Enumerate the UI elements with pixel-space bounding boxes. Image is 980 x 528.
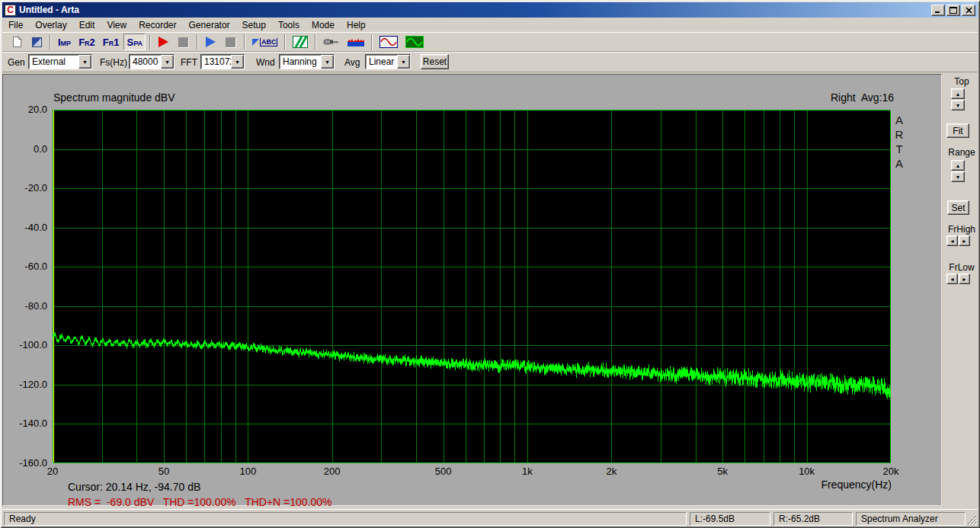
- averaging-select[interactable]: Linear ▼: [365, 54, 411, 69]
- y-tick-label: 20.0: [5, 104, 47, 115]
- x-tick-label: 50: [159, 466, 169, 477]
- x-tick-label: 5k: [717, 466, 728, 477]
- y-tick-label: -80.0: [5, 300, 47, 312]
- new-file-button[interactable]: [8, 34, 26, 50]
- y-tick-label: -60.0: [5, 261, 47, 272]
- top-up-button[interactable]: ▲: [951, 88, 965, 99]
- x-tick-label: 500: [435, 466, 452, 477]
- toolbar-separator: [315, 34, 316, 50]
- generator-value: External: [32, 56, 66, 67]
- range-up-button[interactable]: ▲: [951, 160, 965, 171]
- red-blue-waveform-icon: [347, 37, 364, 47]
- fft-size-select[interactable]: 131072 ▼: [200, 54, 245, 69]
- overlay-button[interactable]: [27, 34, 46, 50]
- app-icon[interactable]: C: [5, 5, 16, 16]
- menu-bar: File Overlay Edit View Recorder Generato…: [2, 18, 978, 32]
- main-toolbar: Imp Fr2 Fr1 Spa ABC: [2, 32, 978, 52]
- arrow-right-icon: ►: [962, 238, 967, 244]
- record-stop-button[interactable]: [175, 34, 193, 50]
- menu-setup[interactable]: Setup: [236, 18, 272, 32]
- fit-button[interactable]: Fit: [946, 123, 969, 138]
- range-down-button[interactable]: ▼: [951, 171, 965, 182]
- sample-rate-select[interactable]: 48000 ▼: [129, 54, 175, 69]
- record-button[interactable]: [155, 34, 173, 50]
- calibration-button[interactable]: [320, 34, 343, 50]
- menu-help[interactable]: Help: [341, 18, 372, 32]
- status-bar: Ready L:-69.5dB R:-65.2dB Spectrum Analy…: [2, 509, 978, 526]
- frlow-decrease-button[interactable]: ◄: [946, 274, 958, 284]
- graph-panel: Spectrum magnitude dBV Right Avg:16 ARTA…: [2, 74, 942, 506]
- arrow-up-icon: ▲: [956, 163, 961, 168]
- chevron-down-icon[interactable]: ▼: [161, 55, 174, 69]
- x-tick-label: 100: [239, 466, 256, 477]
- fr2-mode-button[interactable]: Fr2: [75, 34, 98, 50]
- arrow-up-icon: ▲: [956, 91, 961, 97]
- toolbar-separator: [50, 34, 51, 50]
- y-tick-label: -20.0: [5, 182, 47, 194]
- left-level-indicator: L:-69.5dB: [690, 512, 770, 526]
- y-tick-label: 0.0: [5, 143, 47, 155]
- window-title: Untitled - Arta: [19, 5, 930, 15]
- menu-recorder[interactable]: Recorder: [133, 18, 182, 32]
- resize-grip[interactable]: [966, 514, 977, 525]
- x-tick-label: 1k: [522, 466, 533, 477]
- spectrum-plot[interactable]: [53, 110, 891, 463]
- window-select[interactable]: Hanning ▼: [279, 54, 335, 69]
- frlow-increase-button[interactable]: ►: [959, 274, 970, 284]
- wnd-label: Wnd: [256, 57, 275, 68]
- flag-icon: [252, 39, 259, 46]
- reset-button[interactable]: Reset: [421, 54, 449, 69]
- labels-button[interactable]: ABC: [249, 34, 281, 50]
- frlow-label: FrLow: [943, 262, 980, 273]
- y-tick-label: -160.0: [5, 457, 47, 469]
- frhigh-label: FrHigh: [943, 224, 980, 235]
- menu-file[interactable]: File: [2, 18, 29, 32]
- window-value: Hanning: [283, 56, 317, 67]
- generator-play-icon: [206, 37, 216, 47]
- thd-vs-freq-button[interactable]: [376, 34, 401, 50]
- menu-edit[interactable]: Edit: [73, 18, 101, 32]
- close-button[interactable]: [962, 5, 975, 16]
- menu-view[interactable]: View: [101, 18, 133, 32]
- minimize-button[interactable]: [931, 5, 945, 16]
- cursor-readout: Cursor: 20.14 Hz, -94.70 dB: [68, 481, 200, 493]
- frhigh-decrease-button[interactable]: ◄: [946, 235, 958, 246]
- sample-rate-value: 48000: [133, 56, 158, 67]
- arta-window: { "window": { "title": "Untitled - Arta"…: [0, 0, 980, 528]
- maximize-button[interactable]: [946, 5, 960, 16]
- oscilloscope-button[interactable]: [402, 34, 427, 50]
- arrow-left-icon: ◄: [950, 277, 955, 282]
- stop-icon: [178, 37, 188, 47]
- rms-readout: RMS = -69.0 dBV THD =100.00% THD+N =100.…: [68, 496, 332, 508]
- channel-averages-label: Right Avg:16: [831, 91, 894, 104]
- y-tick-label: -40.0: [5, 222, 47, 233]
- generator-start-button[interactable]: [202, 34, 220, 50]
- toolbar-separator: [244, 34, 245, 50]
- set-button[interactable]: Set: [947, 200, 969, 215]
- impulse-mode-button[interactable]: Imp: [55, 34, 74, 50]
- arta-watermark: ARTA: [893, 113, 905, 171]
- diagonal-stripes-icon: [293, 36, 308, 48]
- chevron-down-icon[interactable]: ▼: [397, 55, 410, 69]
- x-tick-label: 20k: [883, 466, 899, 477]
- menu-tools[interactable]: Tools: [272, 18, 306, 32]
- menu-mode[interactable]: Mode: [306, 18, 341, 32]
- top-down-button[interactable]: ▼: [951, 100, 965, 110]
- signal-record-button[interactable]: [290, 34, 311, 50]
- chevron-down-icon[interactable]: ▼: [78, 55, 91, 69]
- generator-stop-button[interactable]: [222, 34, 240, 50]
- toolbar-separator: [284, 34, 286, 50]
- fr1-mode-button[interactable]: Fr1: [100, 34, 123, 50]
- generator-select[interactable]: External ▼: [28, 54, 92, 69]
- chevron-down-icon[interactable]: ▼: [231, 55, 244, 69]
- menu-overlay[interactable]: Overlay: [29, 18, 72, 32]
- frhigh-increase-button[interactable]: ►: [959, 235, 970, 246]
- title-bar[interactable]: C Untitled - Arta: [2, 2, 978, 18]
- spectrum-scaling-button[interactable]: [344, 34, 367, 50]
- top-label: Top: [943, 76, 980, 87]
- range-label: Range: [943, 147, 980, 158]
- menu-generator[interactable]: Generator: [183, 18, 236, 32]
- chevron-down-icon[interactable]: ▼: [321, 55, 334, 69]
- abc-icon: ABC: [260, 38, 278, 46]
- spa-mode-button[interactable]: Spa: [123, 34, 146, 50]
